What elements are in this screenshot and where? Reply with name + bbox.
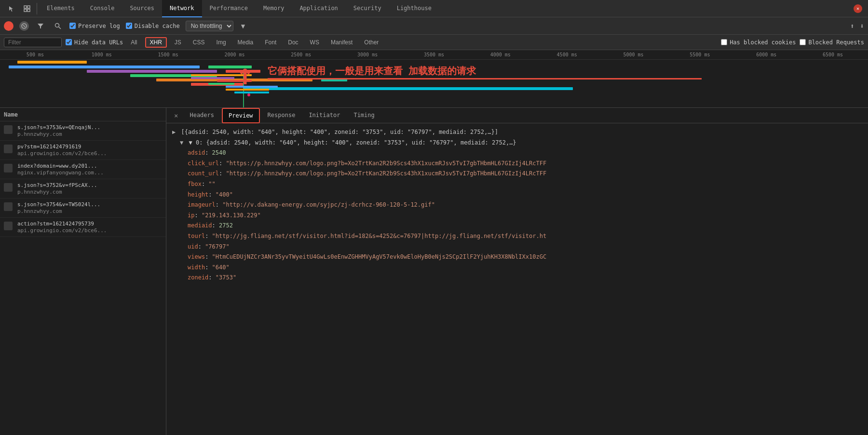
filter-icon[interactable] xyxy=(35,20,46,32)
request-icon-3 xyxy=(4,183,13,192)
tab-memory[interactable]: Memory xyxy=(256,0,292,17)
ruler-4000: 4000 ms xyxy=(467,52,534,57)
filter-img[interactable]: Img xyxy=(213,38,230,47)
json-field-count-url: count_url: "https://p.hnnzwhyy.com/logo.… xyxy=(172,169,862,179)
request-domain-1: api.growingio.com/v2/bce6... xyxy=(17,150,162,157)
json-field-ip: ip: "219.143.130.229" xyxy=(172,211,862,221)
request-icon-1 xyxy=(4,145,13,153)
hide-data-urls-checkbox[interactable]: Hide data URLs xyxy=(66,39,123,46)
preview-tabs: × Headers Preview Response Initiator Tim… xyxy=(166,108,868,123)
json-item-0: ▼ ▼ 0: {adsid: 2540, width: "640", heigh… xyxy=(172,138,862,148)
request-item-5[interactable]: action?stm=1621424795739 api.growingio.c… xyxy=(0,218,166,237)
preview-panel: × Headers Preview Response Initiator Tim… xyxy=(166,108,868,435)
filter-all[interactable]: All xyxy=(127,38,141,47)
request-domain-5: api.growingio.com/v2/bce6... xyxy=(17,227,162,234)
filter-xhr[interactable]: XHR xyxy=(145,37,167,48)
svg-rect-1 xyxy=(27,6,30,8)
request-icon-4 xyxy=(4,202,13,211)
preview-tab-preview[interactable]: Preview xyxy=(222,108,260,123)
record-button[interactable] xyxy=(4,21,14,31)
cursor-icon[interactable] xyxy=(6,3,17,14)
preview-content: ▶ [{adsid: 2540, width: "640", height: "… xyxy=(166,123,868,435)
request-icon-2 xyxy=(4,164,13,172)
filter-media[interactable]: Media xyxy=(234,38,258,47)
request-list: Name s.json?s=3753&v=QEnqajN... p.hnnzwh… xyxy=(0,108,166,435)
tab-network[interactable]: Network xyxy=(162,0,202,17)
ruler-2000: 2000 ms xyxy=(202,52,268,57)
json-field-click-url: click_url: "https://p.hnnzwhyy.com/logo.… xyxy=(172,158,862,169)
blocked-requests-checkbox[interactable]: Blocked Requests xyxy=(800,39,864,46)
filter-css[interactable]: CSS xyxy=(189,38,209,47)
tab-application[interactable]: Application xyxy=(292,0,345,17)
json-field-uid: uid: "76797" xyxy=(172,242,862,252)
json-field-width: width: "640" xyxy=(172,263,862,273)
request-domain-3: p.hnnzwhyy.com xyxy=(17,189,162,195)
filter-bar: Hide data URLs All XHR JS CSS Img Media … xyxy=(0,35,868,50)
dropdown-arrow-icon[interactable]: ▼ xyxy=(241,22,245,30)
ruler-5500: 5500 ms xyxy=(666,52,733,57)
json-field-adsid: adsid: 2540 xyxy=(172,148,862,158)
tab-console[interactable]: Console xyxy=(82,0,122,17)
filter-manifest[interactable]: Manifest xyxy=(327,38,356,47)
ruler-3000: 3000 ms xyxy=(334,52,401,57)
request-domain-0: p.hnnzwhyy.com xyxy=(17,131,162,137)
svg-rect-2 xyxy=(24,9,27,12)
preview-tab-response[interactable]: Response xyxy=(262,108,301,123)
download-icon[interactable]: ⬇ xyxy=(860,22,864,30)
ruler-4500: 4500 ms xyxy=(534,52,600,57)
throttle-select[interactable]: No throttling xyxy=(186,21,233,31)
tab-sources[interactable]: Sources xyxy=(122,0,162,17)
json-field-mediaid: mediaid: 2752 xyxy=(172,221,862,231)
ruler-1000: 1000 ms xyxy=(68,52,135,57)
json-field-fbox: fbox: "" xyxy=(172,179,862,190)
svg-rect-3 xyxy=(27,9,30,12)
search-icon[interactable] xyxy=(52,20,64,32)
json-field-zoneid: zoneid: "3753" xyxy=(172,273,862,283)
preview-tab-headers[interactable]: Headers xyxy=(184,108,220,123)
request-name-0: s.json?s=3753&v=QEnqajN... xyxy=(17,124,162,131)
request-domain-4: p.hnnzwhyy.com xyxy=(17,208,162,214)
filter-js[interactable]: JS xyxy=(171,38,185,47)
ruler-6000: 6000 ms xyxy=(733,52,800,57)
upload-icon[interactable]: ⬆ xyxy=(850,22,854,30)
tab-security[interactable]: Security xyxy=(346,0,389,17)
preserve-log-checkbox[interactable]: Preserve log xyxy=(69,23,120,29)
json-field-views: views: "HtmCuEDUjNZCr3ANr35yvTWyeitU4GwL… xyxy=(172,252,862,263)
svg-line-5 xyxy=(23,25,25,27)
svg-marker-6 xyxy=(38,24,43,28)
timeline-area: 500 ms 1000 ms 1500 ms 2000 ms 2500 ms 3… xyxy=(0,50,868,108)
request-item-2[interactable]: index?domain=www.dy201... nginx.vipfanyo… xyxy=(0,160,166,179)
request-item-4[interactable]: s.json?s=3754&v=TW5024l... p.hnnzwhyy.co… xyxy=(0,198,166,218)
devtools-close-button[interactable]: ✕ xyxy=(854,4,862,13)
preview-close-button[interactable]: × xyxy=(170,112,182,119)
tab-elements[interactable]: Elements xyxy=(39,0,82,17)
filter-doc[interactable]: Doc xyxy=(284,38,302,47)
json-field-tourl: tourl: "http://jg.fliang.net/stf/visitor… xyxy=(172,231,862,242)
request-name-1: pv?stm=1621424791619 xyxy=(17,144,162,150)
preview-tab-timing[interactable]: Timing xyxy=(348,108,380,123)
filter-ws[interactable]: WS xyxy=(306,38,323,47)
has-blocked-cookies-checkbox[interactable]: Has blocked cookies xyxy=(721,39,796,46)
filter-font[interactable]: Font xyxy=(261,38,280,47)
main-content: Name s.json?s=3753&v=QEnqajN... p.hnnzwh… xyxy=(0,108,868,435)
timeline-ruler: 500 ms 1000 ms 1500 ms 2000 ms 2500 ms 3… xyxy=(0,50,868,60)
devtools-icons xyxy=(2,3,37,14)
request-item-0[interactable]: s.json?s=3753&v=QEnqajN... p.hnnzwhyy.co… xyxy=(0,121,166,141)
request-item-1[interactable]: pv?stm=1621424791619 api.growingio.com/v… xyxy=(0,141,166,160)
filter-other[interactable]: Other xyxy=(360,38,382,47)
preview-tab-initiator[interactable]: Initiator xyxy=(303,108,346,123)
network-toolbar: Preserve log Disable cache No throttling… xyxy=(0,17,868,35)
ruler-1500: 1500 ms xyxy=(135,52,202,57)
tab-lighthouse[interactable]: Lighthouse xyxy=(389,0,439,17)
svg-point-7 xyxy=(55,23,59,27)
tab-performance[interactable]: Performance xyxy=(202,0,256,17)
request-name-3: s.json?s=3752&v=fPScAX... xyxy=(17,182,162,188)
request-item-3[interactable]: s.json?s=3752&v=fPScAX... p.hnnzwhyy.com xyxy=(0,179,166,198)
inspector-icon[interactable] xyxy=(21,3,33,14)
disable-cache-checkbox[interactable]: Disable cache xyxy=(126,23,180,29)
request-name-5: action?stm=1621424795739 xyxy=(17,221,162,227)
ruler-3500: 3500 ms xyxy=(401,52,467,57)
svg-rect-0 xyxy=(24,6,27,8)
filter-input[interactable] xyxy=(4,38,62,47)
clear-button[interactable] xyxy=(19,21,29,31)
